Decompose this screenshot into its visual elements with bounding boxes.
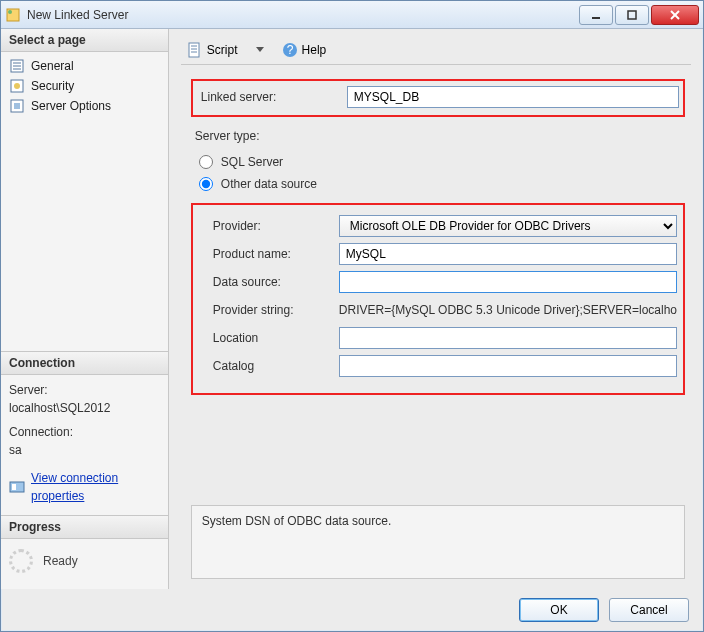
dialog-window: New Linked Server Select a page General … bbox=[0, 0, 704, 632]
linked-server-input[interactable] bbox=[347, 86, 679, 108]
minimize-button[interactable] bbox=[579, 5, 613, 25]
data-source-label: Data source: bbox=[199, 275, 339, 289]
select-page-header: Select a page bbox=[1, 29, 168, 52]
left-panel: Select a page General Security Server Op… bbox=[1, 29, 169, 589]
catalog-input[interactable] bbox=[339, 355, 677, 377]
page-label: Security bbox=[31, 79, 74, 93]
window-title: New Linked Server bbox=[27, 8, 577, 22]
page-label: Server Options bbox=[31, 99, 111, 113]
provider-label: Provider: bbox=[199, 219, 339, 233]
connection-value: sa bbox=[9, 441, 160, 459]
radio-other-data-source[interactable]: Other data source bbox=[199, 173, 685, 195]
dialog-buttons: OK Cancel bbox=[1, 589, 703, 631]
provider-select[interactable]: Microsoft OLE DB Provider for ODBC Drive… bbox=[339, 215, 677, 237]
catalog-label: Catalog bbox=[199, 359, 339, 373]
svg-text:?: ? bbox=[286, 43, 293, 57]
page-icon bbox=[9, 58, 25, 74]
connection-label: Connection: bbox=[9, 423, 160, 441]
server-label: Server: bbox=[9, 381, 160, 399]
radio-other-input[interactable] bbox=[199, 177, 213, 191]
progress-ring-icon bbox=[9, 549, 33, 573]
progress-status: Ready bbox=[43, 554, 78, 568]
provider-string-value: DRIVER={MySQL ODBC 5.3 Unicode Driver};S… bbox=[339, 303, 677, 317]
page-server-options[interactable]: Server Options bbox=[3, 96, 166, 116]
description-box: System DSN of ODBC data source. bbox=[191, 505, 685, 579]
right-panel: Script ? Help Linked server: Server type… bbox=[169, 29, 703, 589]
server-type-label: Server type: bbox=[191, 129, 341, 143]
page-general[interactable]: General bbox=[3, 56, 166, 76]
page-security[interactable]: Security bbox=[3, 76, 166, 96]
page-label: General bbox=[31, 59, 74, 73]
page-icon bbox=[9, 78, 25, 94]
data-source-input[interactable] bbox=[339, 271, 677, 293]
highlight-box-linked-server: Linked server: bbox=[191, 79, 685, 117]
svg-rect-16 bbox=[189, 43, 199, 57]
toolbar: Script ? Help bbox=[181, 35, 691, 65]
server-value: localhost\SQL2012 bbox=[9, 399, 160, 417]
linked-server-label: Linked server: bbox=[197, 90, 347, 104]
ok-button[interactable]: OK bbox=[519, 598, 599, 622]
radio-sql-server-input[interactable] bbox=[199, 155, 213, 169]
help-button[interactable]: ? Help bbox=[276, 40, 333, 60]
help-icon: ? bbox=[282, 42, 298, 58]
svg-point-11 bbox=[14, 83, 20, 89]
script-label: Script bbox=[207, 43, 238, 57]
cancel-button[interactable]: Cancel bbox=[609, 598, 689, 622]
view-connection-properties-link[interactable]: View connection properties bbox=[31, 469, 160, 505]
location-label: Location bbox=[199, 331, 339, 345]
radio-sql-label: SQL Server bbox=[221, 155, 283, 169]
location-input[interactable] bbox=[339, 327, 677, 349]
highlight-box-provider: Provider: Microsoft OLE DB Provider for … bbox=[191, 203, 685, 395]
page-icon bbox=[9, 98, 25, 114]
properties-icon bbox=[9, 479, 25, 495]
script-button[interactable]: Script bbox=[181, 40, 244, 60]
description-text: System DSN of ODBC data source. bbox=[202, 514, 391, 528]
svg-rect-13 bbox=[14, 103, 20, 109]
progress-panel: Progress Ready bbox=[1, 515, 168, 589]
connection-panel: Connection Server: localhost\SQL2012 Con… bbox=[1, 351, 168, 515]
svg-point-1 bbox=[8, 10, 12, 14]
radio-sql-server[interactable]: SQL Server bbox=[199, 151, 685, 173]
connection-header: Connection bbox=[1, 352, 168, 375]
script-dropdown-caret-icon[interactable] bbox=[256, 47, 264, 52]
product-name-label: Product name: bbox=[199, 247, 339, 261]
form-area: Linked server: Server type: SQL Server O… bbox=[181, 75, 691, 589]
help-label: Help bbox=[302, 43, 327, 57]
maximize-button[interactable] bbox=[615, 5, 649, 25]
svg-rect-3 bbox=[628, 11, 636, 19]
svg-rect-15 bbox=[12, 484, 16, 490]
app-icon bbox=[5, 7, 21, 23]
script-icon bbox=[187, 42, 203, 58]
provider-string-label: Provider string: bbox=[199, 303, 339, 317]
radio-other-label: Other data source bbox=[221, 177, 317, 191]
page-list: General Security Server Options bbox=[1, 52, 168, 120]
progress-header: Progress bbox=[1, 516, 168, 539]
titlebar[interactable]: New Linked Server bbox=[1, 1, 703, 29]
close-button[interactable] bbox=[651, 5, 699, 25]
product-name-input[interactable] bbox=[339, 243, 677, 265]
